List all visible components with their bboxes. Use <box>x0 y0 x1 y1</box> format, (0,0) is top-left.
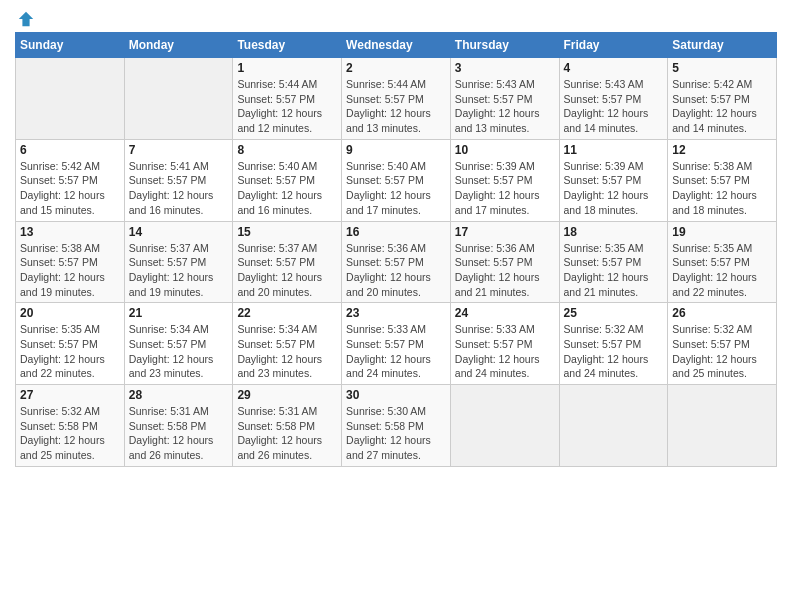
day-number: 16 <box>346 225 446 239</box>
day-info: Sunrise: 5:35 AM Sunset: 5:57 PM Dayligh… <box>564 241 664 300</box>
day-number: 11 <box>564 143 664 157</box>
calendar-day-cell: 6Sunrise: 5:42 AM Sunset: 5:57 PM Daylig… <box>16 139 125 221</box>
calendar-day-cell: 30Sunrise: 5:30 AM Sunset: 5:58 PM Dayli… <box>342 385 451 467</box>
day-number: 12 <box>672 143 772 157</box>
day-info: Sunrise: 5:32 AM Sunset: 5:57 PM Dayligh… <box>672 322 772 381</box>
calendar-day-cell: 29Sunrise: 5:31 AM Sunset: 5:58 PM Dayli… <box>233 385 342 467</box>
calendar-day-cell <box>16 58 125 140</box>
day-number: 22 <box>237 306 337 320</box>
day-info: Sunrise: 5:42 AM Sunset: 5:57 PM Dayligh… <box>672 77 772 136</box>
calendar-week-row: 13Sunrise: 5:38 AM Sunset: 5:57 PM Dayli… <box>16 221 777 303</box>
calendar-day-cell: 9Sunrise: 5:40 AM Sunset: 5:57 PM Daylig… <box>342 139 451 221</box>
day-number: 20 <box>20 306 120 320</box>
calendar-day-cell: 10Sunrise: 5:39 AM Sunset: 5:57 PM Dayli… <box>450 139 559 221</box>
calendar-day-header: Sunday <box>16 33 125 58</box>
calendar-day-cell: 20Sunrise: 5:35 AM Sunset: 5:57 PM Dayli… <box>16 303 125 385</box>
calendar-day-cell: 23Sunrise: 5:33 AM Sunset: 5:57 PM Dayli… <box>342 303 451 385</box>
day-number: 9 <box>346 143 446 157</box>
day-number: 1 <box>237 61 337 75</box>
day-number: 6 <box>20 143 120 157</box>
calendar-day-cell: 3Sunrise: 5:43 AM Sunset: 5:57 PM Daylig… <box>450 58 559 140</box>
svg-marker-0 <box>19 12 33 26</box>
day-number: 17 <box>455 225 555 239</box>
day-number: 27 <box>20 388 120 402</box>
day-info: Sunrise: 5:42 AM Sunset: 5:57 PM Dayligh… <box>20 159 120 218</box>
calendar-day-cell: 17Sunrise: 5:36 AM Sunset: 5:57 PM Dayli… <box>450 221 559 303</box>
day-info: Sunrise: 5:44 AM Sunset: 5:57 PM Dayligh… <box>346 77 446 136</box>
day-number: 13 <box>20 225 120 239</box>
day-info: Sunrise: 5:44 AM Sunset: 5:57 PM Dayligh… <box>237 77 337 136</box>
day-number: 24 <box>455 306 555 320</box>
day-number: 2 <box>346 61 446 75</box>
day-info: Sunrise: 5:32 AM Sunset: 5:58 PM Dayligh… <box>20 404 120 463</box>
logo <box>15 10 35 24</box>
calendar-day-cell: 8Sunrise: 5:40 AM Sunset: 5:57 PM Daylig… <box>233 139 342 221</box>
calendar-day-cell: 26Sunrise: 5:32 AM Sunset: 5:57 PM Dayli… <box>668 303 777 385</box>
calendar-day-cell: 15Sunrise: 5:37 AM Sunset: 5:57 PM Dayli… <box>233 221 342 303</box>
calendar-day-cell: 18Sunrise: 5:35 AM Sunset: 5:57 PM Dayli… <box>559 221 668 303</box>
day-number: 28 <box>129 388 229 402</box>
calendar-day-header: Monday <box>124 33 233 58</box>
day-number: 15 <box>237 225 337 239</box>
day-info: Sunrise: 5:34 AM Sunset: 5:57 PM Dayligh… <box>237 322 337 381</box>
day-info: Sunrise: 5:34 AM Sunset: 5:57 PM Dayligh… <box>129 322 229 381</box>
day-number: 21 <box>129 306 229 320</box>
day-number: 23 <box>346 306 446 320</box>
calendar-day-cell: 25Sunrise: 5:32 AM Sunset: 5:57 PM Dayli… <box>559 303 668 385</box>
day-number: 25 <box>564 306 664 320</box>
day-number: 26 <box>672 306 772 320</box>
day-number: 19 <box>672 225 772 239</box>
calendar-day-cell <box>450 385 559 467</box>
day-info: Sunrise: 5:40 AM Sunset: 5:57 PM Dayligh… <box>237 159 337 218</box>
day-number: 7 <box>129 143 229 157</box>
calendar-day-cell <box>668 385 777 467</box>
calendar-header-row: SundayMondayTuesdayWednesdayThursdayFrid… <box>16 33 777 58</box>
day-info: Sunrise: 5:40 AM Sunset: 5:57 PM Dayligh… <box>346 159 446 218</box>
calendar-day-cell <box>124 58 233 140</box>
calendar-day-header: Wednesday <box>342 33 451 58</box>
day-number: 30 <box>346 388 446 402</box>
header <box>15 10 777 24</box>
day-info: Sunrise: 5:43 AM Sunset: 5:57 PM Dayligh… <box>564 77 664 136</box>
day-info: Sunrise: 5:33 AM Sunset: 5:57 PM Dayligh… <box>346 322 446 381</box>
calendar-week-row: 27Sunrise: 5:32 AM Sunset: 5:58 PM Dayli… <box>16 385 777 467</box>
calendar-day-cell: 27Sunrise: 5:32 AM Sunset: 5:58 PM Dayli… <box>16 385 125 467</box>
calendar-day-header: Thursday <box>450 33 559 58</box>
day-info: Sunrise: 5:36 AM Sunset: 5:57 PM Dayligh… <box>455 241 555 300</box>
day-number: 10 <box>455 143 555 157</box>
logo-text <box>15 10 35 28</box>
day-info: Sunrise: 5:39 AM Sunset: 5:57 PM Dayligh… <box>564 159 664 218</box>
day-info: Sunrise: 5:36 AM Sunset: 5:57 PM Dayligh… <box>346 241 446 300</box>
day-info: Sunrise: 5:35 AM Sunset: 5:57 PM Dayligh… <box>20 322 120 381</box>
calendar-day-cell <box>559 385 668 467</box>
logo-icon <box>17 10 35 28</box>
day-info: Sunrise: 5:43 AM Sunset: 5:57 PM Dayligh… <box>455 77 555 136</box>
day-number: 5 <box>672 61 772 75</box>
calendar-day-header: Tuesday <box>233 33 342 58</box>
calendar-day-cell: 24Sunrise: 5:33 AM Sunset: 5:57 PM Dayli… <box>450 303 559 385</box>
day-info: Sunrise: 5:33 AM Sunset: 5:57 PM Dayligh… <box>455 322 555 381</box>
calendar-week-row: 20Sunrise: 5:35 AM Sunset: 5:57 PM Dayli… <box>16 303 777 385</box>
day-info: Sunrise: 5:37 AM Sunset: 5:57 PM Dayligh… <box>237 241 337 300</box>
calendar-day-cell: 2Sunrise: 5:44 AM Sunset: 5:57 PM Daylig… <box>342 58 451 140</box>
day-number: 3 <box>455 61 555 75</box>
day-number: 8 <box>237 143 337 157</box>
day-info: Sunrise: 5:31 AM Sunset: 5:58 PM Dayligh… <box>237 404 337 463</box>
day-info: Sunrise: 5:30 AM Sunset: 5:58 PM Dayligh… <box>346 404 446 463</box>
calendar-day-cell: 22Sunrise: 5:34 AM Sunset: 5:57 PM Dayli… <box>233 303 342 385</box>
calendar-day-cell: 5Sunrise: 5:42 AM Sunset: 5:57 PM Daylig… <box>668 58 777 140</box>
day-number: 4 <box>564 61 664 75</box>
calendar-table: SundayMondayTuesdayWednesdayThursdayFrid… <box>15 32 777 467</box>
calendar-day-cell: 11Sunrise: 5:39 AM Sunset: 5:57 PM Dayli… <box>559 139 668 221</box>
day-info: Sunrise: 5:37 AM Sunset: 5:57 PM Dayligh… <box>129 241 229 300</box>
day-info: Sunrise: 5:38 AM Sunset: 5:57 PM Dayligh… <box>20 241 120 300</box>
calendar-week-row: 1Sunrise: 5:44 AM Sunset: 5:57 PM Daylig… <box>16 58 777 140</box>
calendar-page: SundayMondayTuesdayWednesdayThursdayFrid… <box>0 0 792 482</box>
calendar-day-cell: 1Sunrise: 5:44 AM Sunset: 5:57 PM Daylig… <box>233 58 342 140</box>
calendar-day-cell: 28Sunrise: 5:31 AM Sunset: 5:58 PM Dayli… <box>124 385 233 467</box>
calendar-day-cell: 13Sunrise: 5:38 AM Sunset: 5:57 PM Dayli… <box>16 221 125 303</box>
calendar-day-header: Friday <box>559 33 668 58</box>
day-info: Sunrise: 5:32 AM Sunset: 5:57 PM Dayligh… <box>564 322 664 381</box>
day-info: Sunrise: 5:41 AM Sunset: 5:57 PM Dayligh… <box>129 159 229 218</box>
day-info: Sunrise: 5:39 AM Sunset: 5:57 PM Dayligh… <box>455 159 555 218</box>
